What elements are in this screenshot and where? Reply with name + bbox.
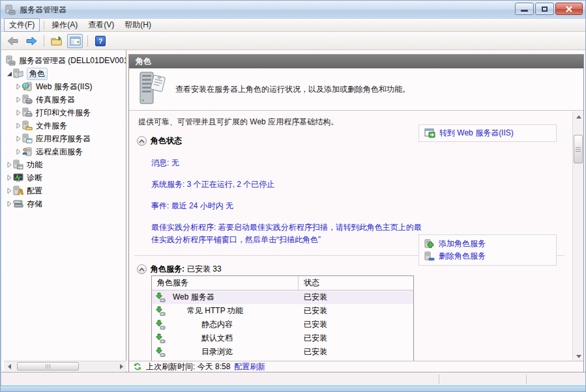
role-services-title: 角色服务: (151, 264, 184, 275)
tree-root-server-manager[interactable]: 服务器管理器 (DELL01DEV001) (3, 54, 126, 67)
minimize-icon (521, 10, 528, 12)
add-role-services-icon (424, 239, 435, 249)
messages-link[interactable]: 消息: 无 (151, 157, 425, 169)
collapsed-arrow-icon[interactable] (14, 83, 22, 90)
tree-item-storage-label: 存储 (27, 199, 42, 210)
menu-view[interactable]: 查看(V) (83, 19, 119, 31)
collapsed-arrow-icon[interactable] (14, 96, 22, 103)
menu-action[interactable]: 操作(A) (47, 19, 82, 31)
scroll-left-button[interactable] (4, 361, 14, 371)
forward-button[interactable] (23, 34, 39, 48)
roles-description-text: 查看安装在服务器上角色的运行状况，以及添加或删除角色和功能。 (175, 84, 410, 95)
column-header-status[interactable]: 状态 (299, 277, 319, 288)
collapsed-arrow-icon[interactable] (5, 201, 13, 207)
help-button[interactable]: ? (93, 34, 108, 48)
scrollbar-thumb[interactable] (17, 362, 79, 371)
menu-file[interactable]: 文件(F) (4, 18, 40, 32)
tree-horizontal-scrollbar[interactable] (4, 361, 126, 371)
table-row[interactable]: 目录浏览 已安装 (152, 345, 413, 359)
collapsed-arrow-icon[interactable] (14, 135, 22, 142)
collapsed-arrow-icon[interactable] (5, 175, 13, 181)
close-button[interactable] (555, 3, 583, 15)
role-service-name: Web 服务器 (173, 292, 214, 303)
role-service-status: 已安装 (299, 319, 327, 330)
maximize-button[interactable] (535, 3, 554, 15)
tree-item-storage[interactable]: 存储 (3, 197, 126, 210)
main-vertical-scrollbar[interactable] (572, 111, 583, 361)
console-tree-pane: 服务器管理器 (DELL01DEV001) (3, 50, 126, 372)
tree-item-configuration[interactable]: 配置 (3, 184, 126, 197)
file-services-icon (22, 120, 33, 131)
role-service-name: 默认文档 (201, 333, 233, 344)
menu-help[interactable]: 帮助(H) (120, 19, 156, 31)
goto-window-icon (424, 128, 435, 138)
table-row[interactable]: 静态内容 已安装 (152, 318, 413, 331)
page-title: 角色 (129, 55, 583, 68)
role-service-status: 已安装 (299, 292, 327, 303)
back-button[interactable] (5, 34, 21, 48)
collapsed-arrow-icon[interactable] (14, 122, 22, 129)
scroll-left-icon (8, 364, 11, 369)
tree-item-web-server-iis[interactable]: Web 服务器(IIS) (3, 80, 126, 93)
status-bar (1, 372, 586, 385)
tree: 服务器管理器 (DELL01DEV001) (3, 54, 126, 359)
collapsed-arrow-icon[interactable] (5, 188, 13, 194)
installed-icon (155, 292, 166, 303)
tree-item-features-label: 功能 (27, 160, 42, 171)
fax-server-icon (22, 94, 33, 105)
roles-description-banner: 查看安装在服务器上角色的运行状况，以及添加或删除角色和功能。 (129, 68, 583, 111)
collapsed-arrow-icon[interactable] (14, 109, 22, 116)
scroll-right-button[interactable] (116, 361, 126, 371)
tree-item-file-services[interactable]: 文件服务 (3, 119, 126, 132)
window-controls (515, 3, 583, 15)
tree-item-diagnostics[interactable]: 诊断 (3, 171, 126, 184)
system-services-link[interactable]: 系统服务: 3 个正在运行, 2 个已停止 (151, 178, 425, 191)
tree-item-roles[interactable]: 角色 (3, 67, 126, 80)
tree-item-remote-desktop[interactable]: 远程桌面服务 (3, 145, 126, 158)
print-services-icon (22, 107, 33, 118)
collapsed-arrow-icon[interactable] (14, 148, 22, 155)
configure-refresh-link[interactable]: 配置刷新 (234, 361, 265, 372)
table-row[interactable]: Web 服务器 已安装 (152, 290, 413, 304)
diagnostics-icon (13, 173, 24, 183)
collapsed-arrow-icon[interactable] (5, 161, 13, 168)
scroll-down-button[interactable] (573, 351, 584, 361)
app-icon (5, 4, 16, 16)
minimize-button[interactable] (515, 3, 534, 15)
toolbar: ? (1, 32, 586, 50)
table-row[interactable]: 常见 HTTP 功能 已安装 (152, 304, 413, 318)
back-icon (7, 36, 19, 46)
refresh-icon (133, 362, 142, 371)
goto-web-server-label: 转到 Web 服务器(IIS) (439, 128, 514, 139)
table-header-row: 角色服务 状态 (152, 276, 413, 290)
table-row[interactable]: 默认文档 已安装 (152, 331, 413, 345)
tree-item-features[interactable]: 功能 (3, 158, 126, 171)
tree-item-fax-server[interactable]: 传真服务器 (3, 93, 126, 106)
add-role-services-link[interactable]: 添加角色服务 (424, 238, 551, 249)
remove-role-services-link[interactable]: 删除角色服务 (424, 251, 551, 262)
goto-web-server-link[interactable]: 转到 Web 服务器(IIS) (424, 128, 514, 139)
scrollbar-thumb[interactable] (574, 135, 583, 163)
forward-icon (25, 36, 37, 46)
role-service-name: 静态内容 (201, 319, 233, 330)
collapse-section-button[interactable] (137, 136, 147, 146)
scroll-up-button[interactable] (573, 111, 584, 122)
configuration-icon (13, 186, 24, 196)
export-icon (51, 36, 63, 46)
best-practices-analyzer-link[interactable]: 最佳实践分析程序: 若要启动最佳实践分析程序扫描，请转到此角色主页上的最佳实践分… (151, 221, 425, 246)
installed-icon (155, 320, 166, 330)
goto-web-server-box: 转到 Web 服务器(IIS) (418, 124, 557, 142)
expanded-arrow-icon[interactable] (5, 70, 13, 77)
tree-item-app-server-label: 应用程序服务器 (36, 133, 91, 145)
export-button[interactable] (49, 34, 65, 48)
role-status-title: 角色状态 (151, 135, 182, 147)
tree-item-print-services[interactable]: 打印和文件服务 (3, 106, 126, 119)
menu-bar: 文件(F) 操作(A) 查看(V) 帮助(H) (1, 19, 586, 32)
events-link[interactable]: 事件: 最近 24 小时内 无 (151, 200, 425, 212)
tree-item-app-server[interactable]: 应用程序服务器 (3, 132, 126, 145)
column-header-role-service[interactable]: 角色服务 (152, 276, 299, 290)
role-service-status: 已安装 (299, 333, 327, 344)
collapse-section-button[interactable] (137, 264, 147, 274)
title-bar[interactable]: 服务器管理器 (1, 1, 586, 19)
show-hide-pane-button[interactable] (67, 34, 83, 48)
